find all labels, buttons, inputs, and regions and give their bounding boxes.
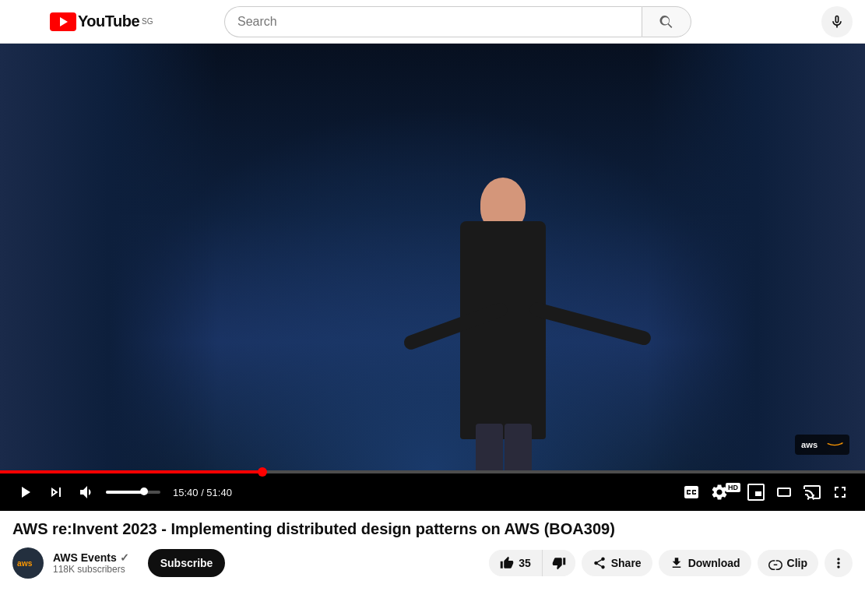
svg-text:aws: aws [801,440,818,449]
clip-label: Clip [787,557,807,569]
youtube-logo-text: YouTube [78,12,139,30]
curtain-right [647,44,865,470]
like-dislike-group: 35 [489,550,575,576]
download-button[interactable]: Download [659,550,751,576]
svg-text:aws: aws [17,559,33,568]
aws-watermark: aws [795,435,849,455]
volume-slider[interactable] [106,491,160,494]
volume-dot [140,488,148,495]
next-video-button[interactable] [44,480,69,505]
mute-button[interactable] [75,480,100,505]
svg-rect-0 [16,16,34,18]
right-controls: HD [679,480,853,505]
more-horiz-icon [831,555,846,571]
curtain-left [0,44,218,470]
channel-row: aws AWS Events ✓ 118K subscribers Subscr… [12,547,853,579]
video-controls: 15:40 / 51:40 HD [0,473,865,511]
search-input[interactable] [224,6,642,37]
clip-icon [768,556,782,570]
channel-info: AWS Events ✓ 118K subscribers [53,551,129,575]
presenter-figure [386,112,620,439]
like-button[interactable]: 35 [489,550,543,576]
search-button[interactable] [642,6,691,37]
page-header: YouTubeSG [0,0,865,44]
video-title: AWS re:Invent 2023 - Implementing distri… [12,520,853,538]
aws-logo-watermark: aws [801,438,823,452]
hamburger-menu-button[interactable] [12,9,37,34]
theater-mode-button[interactable] [772,480,796,505]
youtube-logo-icon [50,12,76,31]
cast-button[interactable] [800,480,825,505]
svg-rect-2 [16,26,34,27]
clip-button[interactable]: Clip [758,550,818,576]
share-label: Share [611,557,642,569]
subscribe-button[interactable]: Subscribe [148,549,226,577]
microphone-button[interactable] [821,6,853,37]
aws-avatar-logo: aws [17,556,39,570]
youtube-logo[interactable]: YouTubeSG [50,12,153,31]
dislike-button[interactable] [543,550,575,576]
share-button[interactable]: Share [582,550,652,576]
video-container: aws [0,44,865,511]
leg-left [476,424,503,470]
header-right [821,6,853,37]
action-buttons: 35 Share Download [489,549,853,577]
channel-avatar[interactable]: aws [12,547,44,579]
share-icon [592,556,607,570]
volume-fill [106,491,144,494]
play-pause-button[interactable] [12,480,37,505]
subscriber-count: 118K subscribers [53,564,129,575]
settings-wrap: HD [707,480,740,505]
download-label: Download [688,557,740,569]
fullscreen-button[interactable] [828,480,853,505]
channel-name-text: AWS Events [53,551,117,564]
verified-icon: ✓ [120,551,129,564]
presenter-body [460,221,546,439]
progress-bar-fill [0,470,262,473]
hd-badge: HD [726,483,740,492]
time-display: 15:40 / 51:40 [173,487,232,498]
video-progress-bar[interactable] [0,470,865,473]
header-left: YouTubeSG [12,9,153,34]
thumbs-up-icon [500,556,514,570]
more-options-button[interactable] [825,549,853,577]
progress-dot [258,467,267,477]
closed-captions-button[interactable] [679,480,704,505]
arm-left [402,301,509,352]
leg-right [505,424,532,470]
youtube-logo-country: SG [142,17,153,26]
aws-smile-icon [826,442,843,448]
like-count: 35 [519,557,531,569]
search-bar [224,6,691,37]
video-info: AWS re:Invent 2023 - Implementing distri… [0,511,865,585]
svg-rect-1 [16,21,34,23]
video-frame[interactable]: aws [0,44,865,470]
download-icon [670,556,684,570]
miniplayer-button[interactable] [744,480,768,505]
channel-name: AWS Events ✓ [53,551,129,564]
thumbs-down-icon [552,556,566,570]
